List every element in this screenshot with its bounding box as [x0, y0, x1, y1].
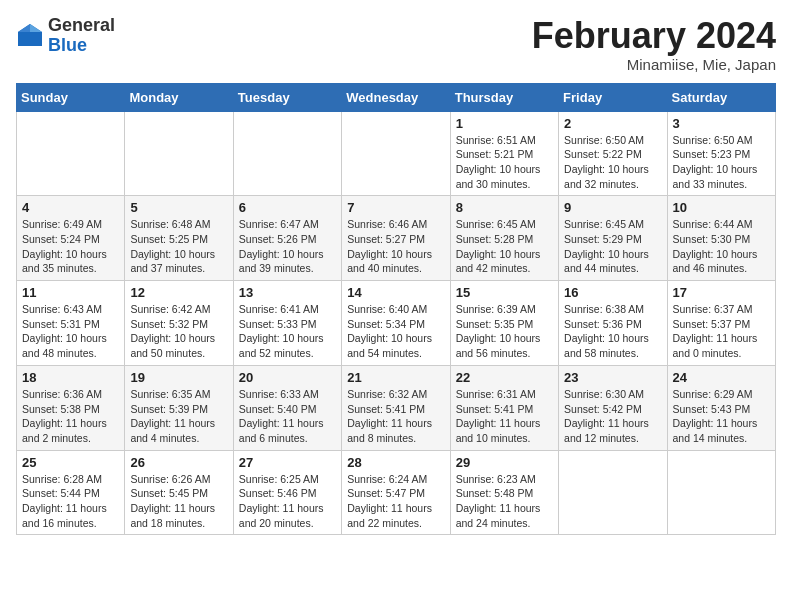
calendar-week-row: 1Sunrise: 6:51 AMSunset: 5:21 PMDaylight… — [17, 111, 776, 196]
day-number: 24 — [673, 370, 770, 385]
calendar-week-row: 11Sunrise: 6:43 AMSunset: 5:31 PMDayligh… — [17, 281, 776, 366]
day-number: 28 — [347, 455, 444, 470]
day-number: 17 — [673, 285, 770, 300]
day-info: Sunrise: 6:49 AMSunset: 5:24 PMDaylight:… — [22, 217, 119, 276]
weekday-header-friday: Friday — [559, 83, 667, 111]
day-info: Sunrise: 6:51 AMSunset: 5:21 PMDaylight:… — [456, 133, 553, 192]
day-info: Sunrise: 6:42 AMSunset: 5:32 PMDaylight:… — [130, 302, 227, 361]
logo-icon — [16, 22, 44, 50]
calendar-cell: 17Sunrise: 6:37 AMSunset: 5:37 PMDayligh… — [667, 281, 775, 366]
day-number: 13 — [239, 285, 336, 300]
day-info: Sunrise: 6:24 AMSunset: 5:47 PMDaylight:… — [347, 472, 444, 531]
day-number: 27 — [239, 455, 336, 470]
day-info: Sunrise: 6:32 AMSunset: 5:41 PMDaylight:… — [347, 387, 444, 446]
day-number: 2 — [564, 116, 661, 131]
weekday-header-row: SundayMondayTuesdayWednesdayThursdayFrid… — [17, 83, 776, 111]
calendar-cell — [667, 450, 775, 535]
day-number: 4 — [22, 200, 119, 215]
calendar-cell: 28Sunrise: 6:24 AMSunset: 5:47 PMDayligh… — [342, 450, 450, 535]
day-number: 18 — [22, 370, 119, 385]
svg-marker-1 — [30, 24, 42, 32]
calendar-cell — [125, 111, 233, 196]
calendar-cell: 3Sunrise: 6:50 AMSunset: 5:23 PMDaylight… — [667, 111, 775, 196]
day-number: 5 — [130, 200, 227, 215]
calendar-cell: 19Sunrise: 6:35 AMSunset: 5:39 PMDayligh… — [125, 365, 233, 450]
calendar-cell: 9Sunrise: 6:45 AMSunset: 5:29 PMDaylight… — [559, 196, 667, 281]
calendar-cell: 27Sunrise: 6:25 AMSunset: 5:46 PMDayligh… — [233, 450, 341, 535]
logo: General Blue — [16, 16, 115, 56]
day-info: Sunrise: 6:25 AMSunset: 5:46 PMDaylight:… — [239, 472, 336, 531]
day-number: 11 — [22, 285, 119, 300]
calendar-week-row: 25Sunrise: 6:28 AMSunset: 5:44 PMDayligh… — [17, 450, 776, 535]
day-number: 3 — [673, 116, 770, 131]
day-number: 7 — [347, 200, 444, 215]
calendar-cell: 5Sunrise: 6:48 AMSunset: 5:25 PMDaylight… — [125, 196, 233, 281]
calendar-cell: 7Sunrise: 6:46 AMSunset: 5:27 PMDaylight… — [342, 196, 450, 281]
calendar-cell: 24Sunrise: 6:29 AMSunset: 5:43 PMDayligh… — [667, 365, 775, 450]
day-number: 1 — [456, 116, 553, 131]
calendar-cell — [233, 111, 341, 196]
calendar-cell: 22Sunrise: 6:31 AMSunset: 5:41 PMDayligh… — [450, 365, 558, 450]
calendar-week-row: 4Sunrise: 6:49 AMSunset: 5:24 PMDaylight… — [17, 196, 776, 281]
day-number: 8 — [456, 200, 553, 215]
day-info: Sunrise: 6:43 AMSunset: 5:31 PMDaylight:… — [22, 302, 119, 361]
day-info: Sunrise: 6:38 AMSunset: 5:36 PMDaylight:… — [564, 302, 661, 361]
day-info: Sunrise: 6:37 AMSunset: 5:37 PMDaylight:… — [673, 302, 770, 361]
calendar-cell: 13Sunrise: 6:41 AMSunset: 5:33 PMDayligh… — [233, 281, 341, 366]
title-section: February 2024 Minamiise, Mie, Japan — [532, 16, 776, 73]
day-info: Sunrise: 6:50 AMSunset: 5:23 PMDaylight:… — [673, 133, 770, 192]
calendar-cell: 29Sunrise: 6:23 AMSunset: 5:48 PMDayligh… — [450, 450, 558, 535]
day-info: Sunrise: 6:46 AMSunset: 5:27 PMDaylight:… — [347, 217, 444, 276]
day-info: Sunrise: 6:26 AMSunset: 5:45 PMDaylight:… — [130, 472, 227, 531]
day-number: 26 — [130, 455, 227, 470]
day-info: Sunrise: 6:50 AMSunset: 5:22 PMDaylight:… — [564, 133, 661, 192]
day-info: Sunrise: 6:35 AMSunset: 5:39 PMDaylight:… — [130, 387, 227, 446]
calendar-table: SundayMondayTuesdayWednesdayThursdayFrid… — [16, 83, 776, 536]
day-info: Sunrise: 6:23 AMSunset: 5:48 PMDaylight:… — [456, 472, 553, 531]
day-number: 6 — [239, 200, 336, 215]
calendar-cell: 23Sunrise: 6:30 AMSunset: 5:42 PMDayligh… — [559, 365, 667, 450]
day-info: Sunrise: 6:29 AMSunset: 5:43 PMDaylight:… — [673, 387, 770, 446]
day-number: 10 — [673, 200, 770, 215]
day-number: 20 — [239, 370, 336, 385]
day-number: 29 — [456, 455, 553, 470]
weekday-header-thursday: Thursday — [450, 83, 558, 111]
day-number: 21 — [347, 370, 444, 385]
calendar-cell: 20Sunrise: 6:33 AMSunset: 5:40 PMDayligh… — [233, 365, 341, 450]
day-number: 15 — [456, 285, 553, 300]
weekday-header-saturday: Saturday — [667, 83, 775, 111]
calendar-cell: 21Sunrise: 6:32 AMSunset: 5:41 PMDayligh… — [342, 365, 450, 450]
weekday-header-tuesday: Tuesday — [233, 83, 341, 111]
calendar-cell — [342, 111, 450, 196]
calendar-cell: 18Sunrise: 6:36 AMSunset: 5:38 PMDayligh… — [17, 365, 125, 450]
calendar-cell: 25Sunrise: 6:28 AMSunset: 5:44 PMDayligh… — [17, 450, 125, 535]
day-info: Sunrise: 6:41 AMSunset: 5:33 PMDaylight:… — [239, 302, 336, 361]
day-number: 12 — [130, 285, 227, 300]
logo-blue-text: Blue — [48, 35, 87, 55]
svg-marker-2 — [18, 24, 30, 32]
page-header: General Blue February 2024 Minamiise, Mi… — [16, 16, 776, 73]
day-info: Sunrise: 6:40 AMSunset: 5:34 PMDaylight:… — [347, 302, 444, 361]
logo-general-text: General — [48, 15, 115, 35]
day-number: 25 — [22, 455, 119, 470]
calendar-cell: 10Sunrise: 6:44 AMSunset: 5:30 PMDayligh… — [667, 196, 775, 281]
weekday-header-monday: Monday — [125, 83, 233, 111]
day-number: 14 — [347, 285, 444, 300]
calendar-cell: 15Sunrise: 6:39 AMSunset: 5:35 PMDayligh… — [450, 281, 558, 366]
calendar-cell: 2Sunrise: 6:50 AMSunset: 5:22 PMDaylight… — [559, 111, 667, 196]
day-number: 19 — [130, 370, 227, 385]
day-info: Sunrise: 6:36 AMSunset: 5:38 PMDaylight:… — [22, 387, 119, 446]
weekday-header-sunday: Sunday — [17, 83, 125, 111]
day-info: Sunrise: 6:48 AMSunset: 5:25 PMDaylight:… — [130, 217, 227, 276]
day-info: Sunrise: 6:44 AMSunset: 5:30 PMDaylight:… — [673, 217, 770, 276]
calendar-cell: 16Sunrise: 6:38 AMSunset: 5:36 PMDayligh… — [559, 281, 667, 366]
day-info: Sunrise: 6:33 AMSunset: 5:40 PMDaylight:… — [239, 387, 336, 446]
day-number: 16 — [564, 285, 661, 300]
day-number: 23 — [564, 370, 661, 385]
location-subtitle: Minamiise, Mie, Japan — [532, 56, 776, 73]
calendar-cell: 11Sunrise: 6:43 AMSunset: 5:31 PMDayligh… — [17, 281, 125, 366]
day-info: Sunrise: 6:39 AMSunset: 5:35 PMDaylight:… — [456, 302, 553, 361]
calendar-cell: 8Sunrise: 6:45 AMSunset: 5:28 PMDaylight… — [450, 196, 558, 281]
calendar-cell — [17, 111, 125, 196]
calendar-cell — [559, 450, 667, 535]
